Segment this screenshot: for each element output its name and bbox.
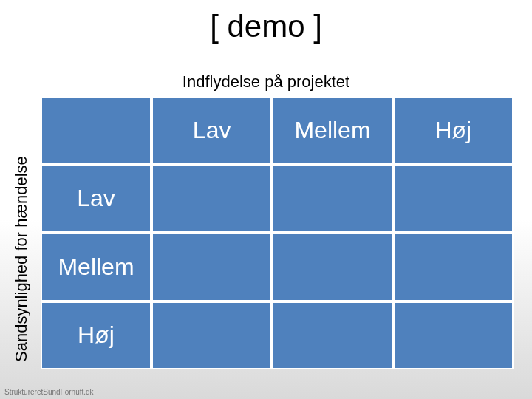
cell-lav-hoj xyxy=(393,165,514,233)
slide: [ demo ] Indflydelse på projektet Sandsy… xyxy=(0,0,532,399)
cell-hoj-lav xyxy=(151,301,272,370)
cell-lav-mellem xyxy=(272,165,392,233)
row-header-mellem: Mellem xyxy=(41,233,151,301)
col-header-hoj: Høj xyxy=(393,96,514,165)
row-header-lav: Lav xyxy=(41,165,151,233)
col-header-lav: Lav xyxy=(151,96,272,165)
columns-axis-label: Indflydelse på projektet xyxy=(0,72,532,92)
row-header-hoj: Høj xyxy=(41,301,151,370)
cell-mellem-lav xyxy=(151,233,272,301)
cell-hoj-hoj xyxy=(393,301,514,370)
col-header-mellem: Mellem xyxy=(272,96,392,165)
cell-lav-lav xyxy=(151,165,272,233)
footer-text: StruktureretSundFornuft.dk xyxy=(4,388,94,396)
cell-mellem-hoj xyxy=(393,233,514,301)
cell-hoj-mellem xyxy=(272,301,392,370)
corner-cell xyxy=(41,96,151,165)
rows-axis-label: Sandsynlighed for hændelse xyxy=(12,156,31,362)
page-title: [ demo ] xyxy=(0,9,532,44)
cell-mellem-mellem xyxy=(272,233,392,301)
matrix-grid: Lav Mellem Høj Lav Mellem Høj xyxy=(41,96,514,369)
